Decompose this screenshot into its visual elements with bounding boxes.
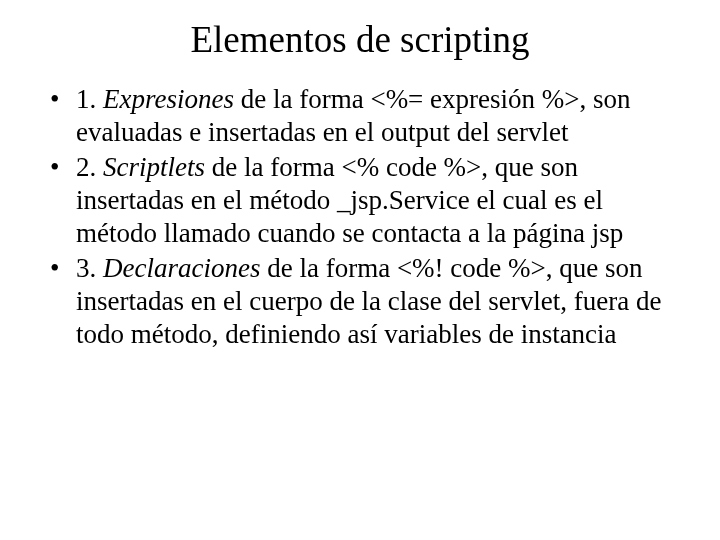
bullet-em-term: Expresiones bbox=[103, 84, 234, 114]
bullet-number: 1. bbox=[76, 84, 103, 114]
bullet-item: 3. Declaraciones de la forma <%! code %>… bbox=[46, 252, 680, 351]
bullet-em-term: Scriptlets bbox=[103, 152, 205, 182]
bullet-list: 1. Expresiones de la forma <%= expresión… bbox=[40, 83, 680, 351]
bullet-item: 2. Scriptlets de la forma <% code %>, qu… bbox=[46, 151, 680, 250]
slide-title: Elementos de scripting bbox=[40, 18, 680, 61]
bullet-number: 2. bbox=[76, 152, 103, 182]
bullet-em-term: Declaraciones bbox=[103, 253, 260, 283]
bullet-number: 3. bbox=[76, 253, 103, 283]
bullet-item: 1. Expresiones de la forma <%= expresión… bbox=[46, 83, 680, 149]
